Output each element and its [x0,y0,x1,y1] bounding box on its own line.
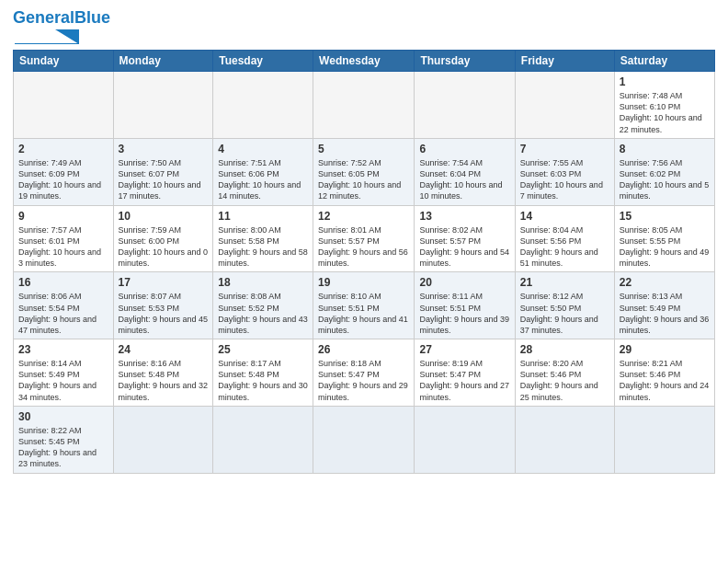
calendar-cell: 13Sunrise: 8:02 AM Sunset: 5:57 PM Dayli… [415,205,515,272]
day-info: Sunrise: 8:01 AM Sunset: 5:57 PM Dayligh… [318,224,409,270]
calendar-cell: 6Sunrise: 7:54 AM Sunset: 6:04 PM Daylig… [415,138,515,205]
calendar-cell [415,72,515,139]
calendar-cell [415,406,515,473]
calendar-cell: 27Sunrise: 8:19 AM Sunset: 5:47 PM Dayli… [415,339,515,407]
calendar-cell: 15Sunrise: 8:05 AM Sunset: 5:55 PM Dayli… [614,205,714,272]
day-info: Sunrise: 8:06 AM Sunset: 5:54 PM Dayligh… [18,291,108,336]
day-info: Sunrise: 7:59 AM Sunset: 6:00 PM Dayligh… [119,224,209,270]
day-number: 11 [218,209,308,224]
day-number: 1 [620,75,710,89]
day-info: Sunrise: 8:20 AM Sunset: 5:46 PM Dayligh… [520,358,609,403]
day-number: 4 [218,142,308,156]
day-info: Sunrise: 7:52 AM Sunset: 6:05 PM Dayligh… [318,157,409,202]
calendar-cell: 17Sunrise: 8:07 AM Sunset: 5:53 PM Dayli… [113,272,213,339]
calendar-cell: 2Sunrise: 7:49 AM Sunset: 6:09 PM Daylig… [14,138,114,205]
svg-marker-0 [55,29,79,44]
calendar-cell: 14Sunrise: 8:04 AM Sunset: 5:56 PM Dayli… [515,205,614,272]
weekday-friday: Friday [515,51,614,72]
calendar-week-3: 9Sunrise: 7:57 AM Sunset: 6:01 PM Daylig… [14,205,715,272]
calendar-cell [313,72,415,139]
calendar-cell: 24Sunrise: 8:16 AM Sunset: 5:48 PM Dayli… [113,339,213,407]
day-number: 30 [18,409,108,424]
day-number: 23 [18,342,108,357]
day-number: 7 [520,142,609,156]
weekday-thursday: Thursday [415,51,515,72]
day-number: 17 [119,275,209,290]
day-number: 18 [218,275,308,290]
day-info: Sunrise: 7:50 AM Sunset: 6:07 PM Dayligh… [119,157,209,202]
day-info: Sunrise: 7:57 AM Sunset: 6:01 PM Dayligh… [18,224,108,270]
calendar-cell: 23Sunrise: 8:14 AM Sunset: 5:49 PM Dayli… [14,339,114,407]
day-info: Sunrise: 8:05 AM Sunset: 5:55 PM Dayligh… [620,224,710,270]
weekday-wednesday: Wednesday [313,51,415,72]
calendar-cell: 19Sunrise: 8:10 AM Sunset: 5:51 PM Dayli… [313,272,415,339]
day-number: 15 [620,209,710,224]
weekday-saturday: Saturday [614,51,714,72]
calendar-cell [213,72,313,139]
day-info: Sunrise: 7:48 AM Sunset: 6:10 PM Dayligh… [620,90,710,135]
day-number: 24 [119,342,209,357]
calendar-cell: 4Sunrise: 7:51 AM Sunset: 6:06 PM Daylig… [213,138,313,205]
calendar-cell [515,72,614,139]
calendar-cell [213,406,313,473]
calendar-cell [113,72,213,139]
calendar-cell: 28Sunrise: 8:20 AM Sunset: 5:46 PM Dayli… [515,339,614,407]
weekday-monday: Monday [113,51,213,72]
calendar-cell: 26Sunrise: 8:18 AM Sunset: 5:47 PM Dayli… [313,339,415,407]
calendar-cell [113,406,213,473]
day-info: Sunrise: 8:18 AM Sunset: 5:47 PM Dayligh… [318,358,409,403]
day-number: 25 [218,342,308,357]
day-info: Sunrise: 7:56 AM Sunset: 6:02 PM Dayligh… [620,157,710,202]
calendar-cell: 5Sunrise: 7:52 AM Sunset: 6:05 PM Daylig… [313,138,415,205]
calendar-cell [515,406,614,473]
calendar-week-6: 30Sunrise: 8:22 AM Sunset: 5:45 PM Dayli… [14,406,715,473]
weekday-tuesday: Tuesday [213,51,313,72]
day-info: Sunrise: 8:11 AM Sunset: 5:51 PM Dayligh… [419,291,509,336]
day-number: 26 [318,342,409,357]
day-info: Sunrise: 7:51 AM Sunset: 6:06 PM Dayligh… [218,157,308,202]
calendar-cell [14,72,114,139]
day-info: Sunrise: 8:04 AM Sunset: 5:56 PM Dayligh… [520,224,609,270]
day-info: Sunrise: 8:16 AM Sunset: 5:48 PM Dayligh… [119,358,209,403]
day-number: 2 [18,142,108,156]
day-number: 3 [119,142,209,156]
day-info: Sunrise: 8:02 AM Sunset: 5:57 PM Dayligh… [419,224,509,270]
calendar-cell: 22Sunrise: 8:13 AM Sunset: 5:49 PM Dayli… [614,272,714,339]
calendar-week-1: 1Sunrise: 7:48 AM Sunset: 6:10 PM Daylig… [14,72,715,139]
weekday-sunday: Sunday [14,51,114,72]
day-number: 12 [318,209,409,224]
header: GeneralBlue [13,9,715,44]
day-info: Sunrise: 8:07 AM Sunset: 5:53 PM Dayligh… [119,291,209,336]
calendar-table: SundayMondayTuesdayWednesdayThursdayFrid… [13,50,715,474]
calendar-cell [313,406,415,473]
day-info: Sunrise: 8:08 AM Sunset: 5:52 PM Dayligh… [218,291,308,336]
day-number: 10 [119,209,209,224]
day-info: Sunrise: 8:19 AM Sunset: 5:47 PM Dayligh… [419,358,509,403]
calendar-cell: 18Sunrise: 8:08 AM Sunset: 5:52 PM Dayli… [213,272,313,339]
calendar-cell: 20Sunrise: 8:11 AM Sunset: 5:51 PM Dayli… [415,272,515,339]
logo-text: GeneralBlue [13,9,110,26]
calendar-cell: 9Sunrise: 7:57 AM Sunset: 6:01 PM Daylig… [14,205,114,272]
day-number: 9 [18,209,108,224]
day-number: 28 [520,342,609,357]
day-number: 5 [318,142,409,156]
calendar-cell: 10Sunrise: 7:59 AM Sunset: 6:00 PM Dayli… [113,205,213,272]
day-info: Sunrise: 8:22 AM Sunset: 5:45 PM Dayligh… [18,425,108,470]
day-number: 14 [520,209,609,224]
day-number: 29 [620,342,710,357]
day-info: Sunrise: 8:00 AM Sunset: 5:58 PM Dayligh… [218,224,308,270]
calendar-week-4: 16Sunrise: 8:06 AM Sunset: 5:54 PM Dayli… [14,272,715,339]
day-info: Sunrise: 7:55 AM Sunset: 6:03 PM Dayligh… [520,157,609,202]
day-info: Sunrise: 8:12 AM Sunset: 5:50 PM Dayligh… [520,291,609,336]
calendar-cell: 11Sunrise: 8:00 AM Sunset: 5:58 PM Dayli… [213,205,313,272]
calendar-cell: 21Sunrise: 8:12 AM Sunset: 5:50 PM Dayli… [515,272,614,339]
calendar-cell: 30Sunrise: 8:22 AM Sunset: 5:45 PM Dayli… [14,406,114,473]
calendar-cell: 16Sunrise: 8:06 AM Sunset: 5:54 PM Dayli… [14,272,114,339]
day-info: Sunrise: 7:49 AM Sunset: 6:09 PM Dayligh… [18,157,108,202]
calendar-cell: 8Sunrise: 7:56 AM Sunset: 6:02 PM Daylig… [614,138,714,205]
day-number: 22 [620,275,710,290]
day-info: Sunrise: 8:13 AM Sunset: 5:49 PM Dayligh… [620,291,710,336]
day-number: 6 [419,142,509,156]
calendar-cell: 7Sunrise: 7:55 AM Sunset: 6:03 PM Daylig… [515,138,614,205]
day-number: 8 [620,142,710,156]
